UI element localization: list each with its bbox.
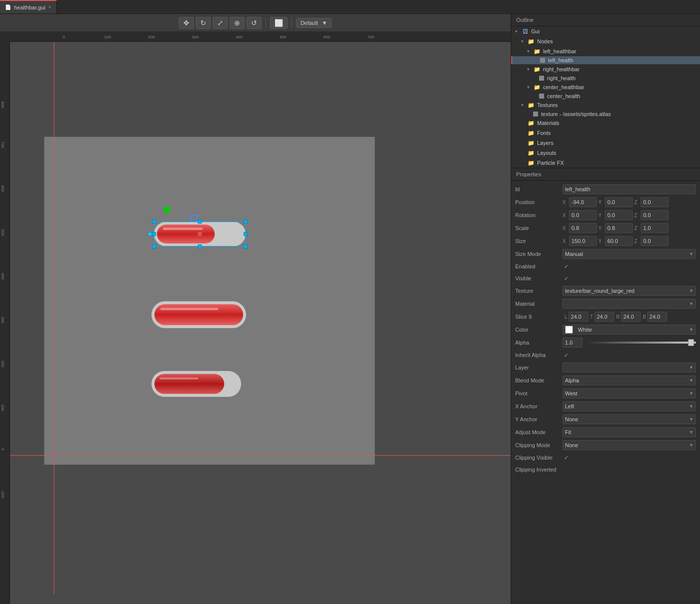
rot-y-input[interactable] — [605, 210, 633, 220]
tree-item-left-healthbar[interactable]: ▾ 📁 left_healthbar — [511, 46, 700, 56]
ruler-v-500: 500 — [0, 229, 5, 236]
tree-item-texture-atlas[interactable]: texture - /assets/sprites.atlas — [511, 110, 700, 118]
size-mode-label: Size Mode — [515, 251, 562, 257]
inherit-alpha-checkbox[interactable]: ✓ — [562, 352, 569, 359]
scale-tool-button[interactable]: ⤢ — [213, 17, 228, 29]
move-tool-button[interactable]: ✥ — [179, 17, 194, 29]
slice9-r-input[interactable] — [621, 312, 641, 322]
blend-mode-select[interactable]: Alpha ▼ — [562, 375, 696, 385]
tab-close-button[interactable]: × — [48, 4, 51, 10]
scale-z-input[interactable] — [641, 223, 669, 233]
color-value-container: White ▼ — [562, 325, 696, 335]
material-select[interactable]: ▼ — [562, 299, 696, 309]
slice9-t-input[interactable] — [594, 312, 614, 322]
enabled-label: Enabled — [515, 263, 562, 269]
tree-item-textures[interactable]: ▾ 📁 Textures — [511, 100, 700, 110]
label-left-healthbar: left_healthbar — [543, 48, 576, 54]
canvas-viewport[interactable]: 0 100 200 300 400 500 600 700 800 700 60… — [0, 32, 511, 604]
layer-value-container: ▼ — [562, 362, 696, 372]
healthbar-sprite-2[interactable] — [151, 301, 246, 328]
editor-tab[interactable]: 📄 healthbar.gui × — [0, 0, 57, 13]
properties-title: Properties — [516, 171, 541, 177]
visible-value-container: ✓ — [562, 275, 696, 282]
rotate-tool-button[interactable]: ↻ — [196, 17, 211, 29]
size-x-input[interactable] — [569, 236, 597, 246]
x-anchor-label: X Anchor — [515, 403, 562, 409]
rot-z-input[interactable] — [641, 210, 669, 220]
scene-button[interactable]: ⬜ — [270, 17, 287, 29]
color-label: Color — [515, 327, 562, 333]
y-anchor-select[interactable]: None ▼ — [562, 414, 696, 424]
arrow-left-healthbar: ▾ — [527, 49, 533, 54]
handle-bottom-left[interactable] — [152, 244, 156, 248]
pos-x-input[interactable] — [569, 197, 597, 207]
tree-item-materials[interactable]: 📁 Materials — [511, 118, 700, 128]
adjust-mode-select[interactable]: Fit ▼ — [562, 427, 696, 437]
anchor-icon: ⊕ — [234, 19, 240, 27]
alpha-input[interactable] — [562, 338, 582, 348]
pos-y-input[interactable] — [605, 197, 633, 207]
healthbar-sprite-3[interactable] — [151, 371, 241, 397]
tree-item-center-health[interactable]: center_health — [511, 92, 700, 100]
tree-item-center-healthbar[interactable]: ▾ 📁 center_healthbar — [511, 82, 700, 92]
handle-bottom-right[interactable] — [244, 244, 248, 248]
clipping-mode-value: None — [565, 442, 578, 448]
x-anchor-value: Left — [565, 403, 574, 409]
pos-z-input[interactable] — [641, 197, 669, 207]
handle-top-center[interactable] — [198, 220, 202, 224]
handle-middle-left[interactable] — [152, 232, 156, 236]
handle-top-right[interactable] — [244, 220, 248, 224]
enabled-checkbox[interactable]: ✓ — [562, 263, 569, 270]
size-mode-select[interactable]: Manual ▼ — [562, 249, 696, 259]
clipping-visible-checkbox[interactable]: ✓ — [562, 454, 569, 461]
handle-top-left[interactable] — [152, 220, 156, 224]
tree-item-left-health[interactable]: left_health — [511, 56, 700, 64]
id-input[interactable] — [562, 184, 696, 194]
default-dropdown[interactable]: Default ▼ — [296, 18, 332, 28]
node-right-health-icon — [539, 76, 544, 81]
tree-item-fonts[interactable]: 📁 Fonts — [511, 128, 700, 138]
ruler-corner — [0, 32, 10, 42]
rotation-value-container: X Y Z — [562, 210, 696, 220]
pivot-select[interactable]: West ▼ — [562, 388, 696, 398]
tree-item-particle-fx[interactable]: 📁 Particle FX — [511, 158, 700, 168]
folder-right-healthbar-icon: 📁 — [533, 65, 541, 73]
tree-item-right-healthbar[interactable]: ▾ 📁 right_healthbar — [511, 64, 700, 74]
slice9-r-container: R — [616, 312, 641, 322]
x-anchor-select[interactable]: Left ▼ — [562, 401, 696, 411]
handle-middle-right[interactable] — [244, 232, 248, 236]
layer-select[interactable]: ▼ — [562, 362, 696, 372]
color-select[interactable]: White ▼ — [562, 325, 696, 335]
alpha-slider-thumb[interactable] — [688, 339, 694, 346]
alpha-slider-track[interactable] — [585, 342, 696, 344]
pivot-handle[interactable] — [148, 232, 152, 236]
tree-item-layers[interactable]: 📁 Layers — [511, 138, 700, 148]
clipping-mode-select[interactable]: None ▼ — [562, 440, 696, 450]
healthbar-selected-sprite[interactable] — [154, 222, 246, 246]
clipping-inverted-label: Clipping Inverted — [515, 467, 562, 473]
canvas-frame[interactable] — [44, 136, 375, 465]
reset-tool-button[interactable]: ↺ — [247, 17, 262, 29]
size-z-input[interactable] — [641, 236, 669, 246]
visible-checkbox[interactable]: ✓ — [562, 275, 569, 282]
tree-item-nodes[interactable]: ▾ 📁 Nodes — [511, 36, 700, 46]
healthbar-selected-container[interactable] — [154, 222, 246, 246]
tree-item-layouts[interactable]: 📁 Layouts — [511, 148, 700, 158]
color-swatch[interactable] — [565, 326, 573, 334]
slice9-l-input[interactable] — [568, 312, 588, 322]
anchor-tool-button[interactable]: ⊕ — [230, 17, 245, 29]
texture-select[interactable]: texture/bar_round_large_red ▼ — [562, 286, 696, 296]
slice9-l-label: L — [564, 314, 567, 320]
slice9-b-input[interactable] — [647, 312, 667, 322]
tree-item-gui[interactable]: ▾ 🖼 Gui — [511, 26, 700, 36]
scale-x-input[interactable] — [569, 223, 597, 233]
folder-layouts-icon: 📁 — [527, 149, 535, 157]
tree-item-right-health[interactable]: right_health — [511, 74, 700, 82]
handle-bottom-center[interactable] — [198, 244, 202, 248]
size-y-input[interactable] — [605, 236, 633, 246]
ruler-v-0: 0 — [0, 448, 5, 450]
rotate-icon: ↻ — [200, 19, 206, 27]
scale-y-input[interactable] — [605, 223, 633, 233]
rot-x-input[interactable] — [569, 210, 597, 220]
horizontal-ruler: 0 100 200 300 400 500 600 700 — [10, 32, 511, 42]
